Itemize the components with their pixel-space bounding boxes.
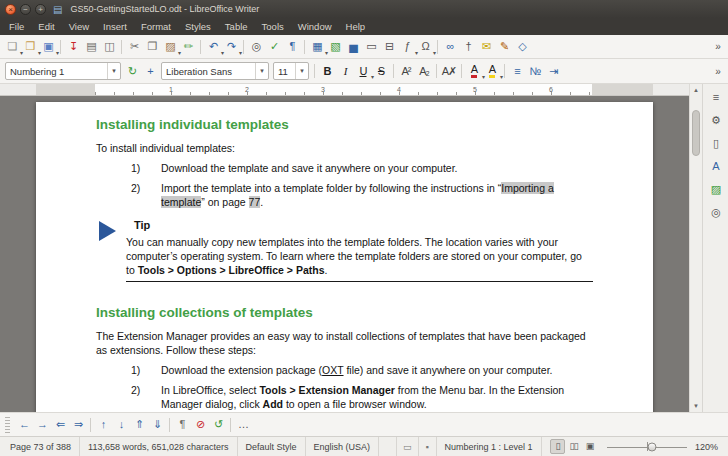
properties-deck-icon[interactable]: ⚙ (706, 110, 726, 130)
document-canvas[interactable]: Installing individual templates To insta… (0, 96, 689, 412)
subscript-icon[interactable]: A₂ (415, 62, 433, 80)
navigator-deck-icon[interactable]: ◎ (706, 202, 726, 222)
menu-insert[interactable]: Insert (96, 19, 134, 34)
gallery-deck-icon[interactable]: ▨ (706, 179, 726, 199)
paragraph-style-combo[interactable]: Numbering 1 (5, 62, 121, 80)
page-style-status[interactable]: Default Style (238, 437, 306, 456)
book-view-icon[interactable]: ▣ (582, 439, 597, 454)
increase-indent-icon[interactable]: ⇥ (544, 62, 562, 80)
glossary-link[interactable]: OXT (322, 364, 343, 376)
promote-with-subpoints-icon[interactable]: ⇐ (51, 416, 69, 434)
spelling-icon[interactable]: ✓ (265, 38, 283, 56)
undo-icon[interactable]: ↶ (204, 38, 222, 56)
move-up-with-subpoints-icon[interactable]: ⇑ (130, 416, 148, 434)
cut-icon[interactable]: ✂ (125, 38, 143, 56)
highlight-color-icon[interactable]: A (483, 62, 501, 80)
horizontal-ruler[interactable]: 123456 (0, 84, 689, 96)
move-down-with-subpoints-icon[interactable]: ⇓ (148, 416, 166, 434)
bullets-and-numbering-dialog-icon[interactable]: … (234, 416, 252, 434)
menu-file[interactable]: File (2, 19, 31, 34)
insertion-mode-status[interactable] (379, 437, 397, 456)
show-draw-functions-icon[interactable]: ◇ (513, 38, 531, 56)
dropdown-arrow-icon[interactable] (255, 63, 268, 79)
page-deck-icon[interactable]: ▯ (706, 133, 726, 153)
font-size-combo[interactable]: 11 (273, 62, 309, 80)
insert-field-icon[interactable]: ƒ (398, 38, 416, 56)
demote-level-icon[interactable]: → (33, 416, 51, 434)
no-list-icon[interactable]: ⊘ (191, 416, 209, 434)
zoom-level-status[interactable]: 120% (693, 437, 726, 456)
new-style-icon[interactable]: + (141, 62, 159, 80)
strikethrough-icon[interactable]: S (372, 62, 390, 80)
word-count-status[interactable]: 113,658 words, 651,028 characters (80, 437, 237, 456)
insert-comment-icon[interactable]: ✉ (477, 38, 495, 56)
clear-formatting-icon[interactable]: A✗ (440, 62, 458, 80)
ordered-list-icon[interactable]: № (526, 62, 544, 80)
insert-text-box-icon[interactable]: ▭ (362, 38, 380, 56)
toolbar-overflow-icon[interactable]: » (711, 38, 725, 56)
insert-image-icon[interactable]: ▧ (326, 38, 344, 56)
find-replace-icon[interactable]: ◎ (247, 38, 265, 56)
insert-hyperlink-icon[interactable]: ∞ (441, 38, 459, 56)
zoom-slider-knob[interactable] (647, 442, 656, 451)
single-page-view-icon[interactable]: ▯ (550, 439, 565, 454)
document-modified-status[interactable]: ▪ (419, 437, 437, 456)
move-down-icon[interactable]: ↓ (112, 416, 130, 434)
print-icon[interactable]: ▤ (82, 38, 100, 56)
zoom-slider[interactable] (607, 437, 687, 456)
insert-unnumbered-entry-icon[interactable]: ¶ (173, 416, 191, 434)
scroll-up-icon[interactable] (690, 84, 702, 96)
font-color-icon[interactable]: A (465, 62, 483, 80)
scroll-down-icon[interactable] (690, 400, 702, 412)
toolbar-drag-handle[interactable] (5, 417, 10, 433)
menu-format[interactable]: Format (134, 19, 178, 34)
insert-chart-icon[interactable]: ▅ (344, 38, 362, 56)
italic-icon[interactable]: I (336, 62, 354, 80)
insert-special-character-icon[interactable]: Ω (416, 38, 434, 56)
maximize-button[interactable]: + (35, 4, 46, 15)
document-page[interactable]: Installing individual templates To insta… (36, 102, 653, 412)
scrollbar-track[interactable] (690, 96, 702, 400)
formatting-marks-icon[interactable]: ¶ (283, 38, 301, 56)
promote-level-icon[interactable]: ← (15, 416, 33, 434)
underline-icon[interactable]: U (354, 62, 372, 80)
insert-footnote-icon[interactable]: † (459, 38, 477, 56)
update-style-icon[interactable]: ↻ (123, 62, 141, 80)
paste-icon[interactable]: ▨ (161, 38, 179, 56)
restart-numbering-icon[interactable]: ↺ (209, 416, 227, 434)
demote-with-subpoints-icon[interactable]: ⇒ (69, 416, 87, 434)
outline-level-status[interactable]: Numbering 1 : Level 1 (437, 437, 542, 456)
copy-icon[interactable]: ❐ (143, 38, 161, 56)
move-up-icon[interactable]: ↑ (94, 416, 112, 434)
track-changes-icon[interactable]: ✎ (495, 38, 513, 56)
superscript-icon[interactable]: A² (397, 62, 415, 80)
insert-page-break-icon[interactable]: ⊟ (380, 38, 398, 56)
menu-styles[interactable]: Styles (178, 19, 218, 34)
vertical-scrollbar[interactable] (689, 84, 702, 412)
page-number-field[interactable]: 77 (249, 196, 261, 208)
menu-view[interactable]: View (62, 19, 96, 34)
scrollbar-thumb[interactable] (692, 110, 700, 156)
sidebar-settings-icon[interactable]: ≡ (706, 87, 726, 107)
menu-tools[interactable]: Tools (255, 19, 291, 34)
new-document-icon[interactable]: ❏ (3, 38, 21, 56)
toolbar-overflow-icon[interactable]: » (711, 62, 725, 80)
print-preview-icon[interactable]: ◫ (100, 38, 118, 56)
save-icon[interactable]: ▣ (39, 38, 57, 56)
multi-page-view-icon[interactable]: ▯▯ (566, 439, 581, 454)
font-name-combo[interactable]: Liberation Sans (161, 62, 269, 80)
language-status[interactable]: English (USA) (306, 437, 380, 456)
close-button[interactable]: × (5, 4, 16, 15)
bold-icon[interactable]: B (318, 62, 336, 80)
dropdown-arrow-icon[interactable] (295, 63, 308, 79)
styles-deck-icon[interactable]: A (706, 156, 726, 176)
page-number-status[interactable]: Page 73 of 388 (2, 437, 80, 456)
clone-formatting-icon[interactable]: ✏ (179, 38, 197, 56)
open-file-icon[interactable]: ❒ (21, 38, 39, 56)
unordered-list-icon[interactable]: ≡ (508, 62, 526, 80)
selection-mode-status[interactable]: ▭ (397, 437, 419, 456)
menu-edit[interactable]: Edit (31, 19, 61, 34)
menu-help[interactable]: Help (339, 19, 373, 34)
menu-window[interactable]: Window (291, 19, 339, 34)
insert-table-icon[interactable]: ▦ (308, 38, 326, 56)
